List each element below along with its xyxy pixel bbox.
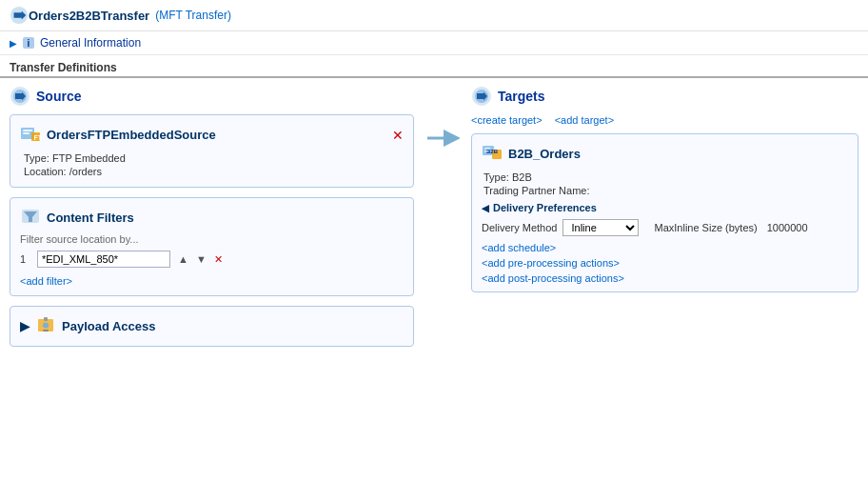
transfer-icon <box>10 6 29 25</box>
create-target-link[interactable]: <create target> <box>471 114 542 126</box>
info-icon: i <box>21 35 36 50</box>
ftp-icon: FTP <box>20 123 41 147</box>
target-action-links: <add schedule> <add pre-processing actio… <box>482 242 848 284</box>
source-box-header: FTP OrdersFTPEmbeddedSource ✕ <box>20 123 404 147</box>
right-panel: Targets <create target> <add target> B2B <box>462 78 868 364</box>
source-section-title: Source <box>36 89 81 104</box>
left-panel: Source FTP <box>0 78 424 364</box>
svg-rect-8 <box>23 130 32 131</box>
svg-rect-17 <box>44 317 48 321</box>
source-type: Type: FTP Embedded <box>24 152 404 164</box>
filter-number: 1 <box>20 253 37 265</box>
delivery-preferences: ◀ Delivery Preferences Delivery Method I… <box>482 202 848 236</box>
delivery-method-select[interactable]: Inline Batch Queue <box>562 219 639 236</box>
add-target-link[interactable]: <add target> <box>555 114 614 126</box>
payload-header: ▶ Payload Access <box>20 314 404 338</box>
targets-icon <box>471 86 492 107</box>
payload-icon <box>35 314 56 338</box>
targets-section-title: Targets <box>498 89 545 104</box>
target-type: Type: B2B <box>483 171 848 183</box>
source-box: FTP OrdersFTPEmbeddedSource ✕ Type: FTP … <box>10 114 414 188</box>
svg-text:i: i <box>28 38 30 49</box>
max-inline-label: MaxInline Size (bytes) <box>654 222 757 233</box>
target-box-header: B2B B2B_Orders <box>482 142 848 166</box>
svg-rect-26 <box>484 148 490 150</box>
payload-access-box: ▶ Payload Access <box>10 306 414 347</box>
b2b-icon: B2B <box>482 142 503 166</box>
create-add-links: <create target> <add target> <box>471 114 858 126</box>
content-area: Source FTP <box>0 78 868 364</box>
filter-input[interactable] <box>37 251 170 268</box>
svg-rect-9 <box>23 132 30 134</box>
filters-icon <box>20 206 41 230</box>
max-inline-value: 1000000 <box>767 222 808 233</box>
filter-delete-button[interactable]: ✕ <box>212 253 225 266</box>
source-icon <box>10 86 30 107</box>
source-info: Type: FTP Embedded Location: /orders <box>20 152 404 177</box>
delivery-method-label: Delivery Method <box>482 222 557 233</box>
page-subtitle: (MFT Transfer) <box>155 9 231 22</box>
filter-up-button[interactable]: ▲ <box>176 253 190 265</box>
svg-point-15 <box>43 323 49 329</box>
filter-down-button[interactable]: ▼ <box>194 253 208 265</box>
svg-rect-16 <box>43 330 49 331</box>
target-trading-partner: Trading Partner Name: <box>483 185 848 196</box>
delivery-prefs-header: ◀ Delivery Preferences <box>482 202 848 213</box>
filters-description: Filter source location by... <box>20 233 404 245</box>
content-filters-box: Content Filters Filter source location b… <box>10 197 414 296</box>
delivery-prefs-expand-icon[interactable]: ◀ <box>482 203 489 213</box>
filter-controls: ▲ ▼ ✕ <box>176 253 225 266</box>
add-preprocessing-link[interactable]: <add pre-processing actions> <box>482 257 848 269</box>
transfer-definitions-header: Transfer Definitions <box>0 55 868 78</box>
header-bar: Orders2B2BTransfer (MFT Transfer) <box>0 0 868 31</box>
add-filter-link[interactable]: <add filter> <box>20 275 72 287</box>
general-info-row[interactable]: ▶ i General Information <box>0 31 868 55</box>
flow-arrow <box>425 121 460 155</box>
page-title: Orders2B2BTransfer <box>29 9 149 23</box>
expand-icon[interactable]: ▶ <box>10 38 17 49</box>
payload-expand-icon[interactable]: ▶ <box>20 319 30 333</box>
target-info: Type: B2B Trading Partner Name: <box>482 171 848 196</box>
filters-header: Content Filters <box>20 206 404 230</box>
source-location: Location: /orders <box>24 166 404 177</box>
filter-row: 1 ▲ ▼ ✕ <box>20 251 404 268</box>
source-header: Source <box>10 86 414 107</box>
delivery-method-row: Delivery Method Inline Batch Queue MaxIn… <box>482 219 848 236</box>
page: Orders2B2BTransfer (MFT Transfer) ▶ i Ge… <box>0 0 868 502</box>
add-postprocessing-link[interactable]: <add post-processing actions> <box>482 272 848 284</box>
general-info-label: General Information <box>40 36 141 50</box>
svg-rect-27 <box>484 151 488 152</box>
target-box: B2B B2B_Orders Type: B2B Trading Partner… <box>471 133 858 292</box>
source-close-button[interactable]: ✕ <box>392 128 404 143</box>
targets-header: Targets <box>471 86 858 107</box>
source-box-title: FTP OrdersFTPEmbeddedSource <box>20 123 216 147</box>
arrow-connector <box>424 78 462 364</box>
add-schedule-link[interactable]: <add schedule> <box>482 242 848 253</box>
svg-text:FTP: FTP <box>34 134 42 141</box>
